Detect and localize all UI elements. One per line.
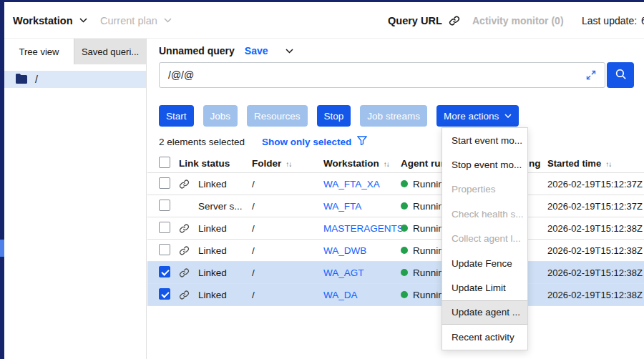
chevron-down-icon <box>164 18 172 23</box>
current-plan-dropdown[interactable]: Current plan <box>100 2 172 39</box>
jobs-button[interactable]: Jobs <box>203 105 238 127</box>
workstation-link[interactable]: MASTERAGENTS <box>323 223 404 234</box>
link-icon <box>179 267 190 278</box>
menu-item-collect-agent: Collect agent l... <box>442 227 527 251</box>
folder-text: / <box>249 290 321 300</box>
chevron-down-icon <box>504 114 512 118</box>
row-checkbox[interactable] <box>159 200 170 211</box>
table-row[interactable]: Linked / WA_FTA_XA Running 2026-02-19T15… <box>147 173 644 195</box>
stop-button[interactable]: Stop <box>317 105 351 127</box>
workstation-dropdown[interactable]: Workstation <box>13 2 87 39</box>
row-checkbox[interactable] <box>159 222 170 233</box>
link-icon <box>179 290 190 300</box>
folder-text: / <box>249 223 321 234</box>
last-update-value: 6:0 <box>641 15 644 26</box>
menu-item-recent-activity[interactable]: Recent activity <box>442 325 527 349</box>
job-streams-button[interactable]: Job streams <box>360 105 427 127</box>
row-checkbox[interactable] <box>159 177 170 189</box>
activity-monitor-button[interactable]: Activity monitor (0) <box>472 2 564 39</box>
column-link-status[interactable]: Link status <box>176 158 249 169</box>
table-header-row: Link status Folder↑↓ Workstation↑↓ Agent… <box>147 154 644 173</box>
activity-monitor-label: Activity monitor (0) <box>472 15 564 26</box>
workstation-dropdown-label: Workstation <box>13 15 73 26</box>
table-row[interactable]: Linked / WA_AGT Running 2026-02-19T15:12… <box>147 262 644 284</box>
tree-item-root[interactable]: / <box>4 71 146 88</box>
row-checkbox[interactable] <box>159 266 170 277</box>
folder-icon <box>16 74 27 86</box>
tab-tree-view-label: Tree view <box>19 46 59 57</box>
column-workstation[interactable]: Workstation↑↓ <box>321 158 398 169</box>
workstation-link[interactable]: WA_DA <box>323 290 358 300</box>
last-update-label: Last update: <box>582 15 637 26</box>
table-row[interactable]: Linked / WA_DWB Running 2026-02-19T15:12… <box>147 240 644 262</box>
column-started-time[interactable]: Started time↑↓ <box>545 158 644 169</box>
workstation-link[interactable]: WA_AGT <box>323 267 364 278</box>
link-icon <box>179 223 190 234</box>
workstation-link[interactable]: WA_FTA_XA <box>323 179 380 190</box>
row-checkbox[interactable] <box>159 244 170 255</box>
tab-saved-queries[interactable]: Saved queri... <box>74 39 146 64</box>
folder-text: / <box>249 267 321 278</box>
status-dot-icon <box>401 247 408 254</box>
query-url-label: Query URL <box>388 15 442 26</box>
show-only-selected-link[interactable]: Show only selected <box>262 136 367 147</box>
search-button[interactable] <box>607 62 634 88</box>
resources-button[interactable]: Resources <box>247 105 308 127</box>
folder-text: / <box>249 245 321 256</box>
more-actions-menu: Start event mo... Stop event mo... Prope… <box>441 127 528 350</box>
table-row[interactable]: Linked / MASTERAGENTS Running 2026-02-19… <box>147 217 644 240</box>
link-icon <box>449 15 460 26</box>
menu-item-update-limit[interactable]: Update Limit <box>442 275 527 300</box>
sort-icon[interactable]: ↑↓ <box>286 160 291 168</box>
link-status-text: Linked <box>198 290 227 300</box>
tree-item-label: / <box>35 74 38 85</box>
row-checkbox[interactable] <box>159 288 170 300</box>
menu-item-properties: Properties <box>442 177 527 202</box>
select-all-checkbox[interactable] <box>159 157 170 168</box>
status-dot-icon <box>401 225 408 232</box>
started-time-text: 2026-02-19T15:12:38Z <box>545 245 644 256</box>
tab-saved-queries-label: Saved queri... <box>82 46 139 57</box>
tab-tree-view[interactable]: Tree view <box>4 39 74 64</box>
scroll-indicator <box>0 240 4 257</box>
started-time-text: 2026-02-19T15:12:38Z <box>545 267 644 278</box>
menu-item-update-agent[interactable]: Update agent ... <box>442 300 527 325</box>
filter-icon <box>357 136 367 147</box>
action-toolbar: Start Jobs Resources Stop Job streams Mo… <box>159 105 519 127</box>
table-row[interactable]: Server s... / WA_FTA Running 2026-02-19T… <box>147 195 644 217</box>
link-status-text: Linked <box>198 267 227 278</box>
sort-icon[interactable]: ↑↓ <box>605 160 611 168</box>
query-input[interactable]: /@/@ <box>159 62 605 88</box>
query-title: Unnamed query <box>159 45 235 56</box>
workstation-link[interactable]: WA_FTA <box>323 201 361 212</box>
menu-item-stop-event[interactable]: Stop event mo... <box>442 152 527 177</box>
started-time-text: 2026-02-19T15:12:37Z <box>545 179 644 190</box>
query-input-value: /@/@ <box>168 69 586 81</box>
link-status-text: Server s... <box>198 201 243 212</box>
folder-text: / <box>249 201 321 212</box>
menu-item-start-event[interactable]: Start event mo... <box>442 128 527 152</box>
sidebar-tabs: Tree view Saved queri... <box>4 39 146 64</box>
start-button[interactable]: Start <box>159 105 194 127</box>
table-row[interactable]: Linked / WA_DA Running 2026-02-19T15:12:… <box>147 284 644 306</box>
started-time-text: 2026-02-19T15:12:38Z <box>545 290 644 300</box>
sort-icon[interactable]: ↑↓ <box>384 160 389 168</box>
app-window: Workstation Current plan Query URL Activ… <box>0 0 644 359</box>
more-actions-button[interactable]: More actions <box>436 105 519 127</box>
menu-item-check-health: Check health s... <box>442 202 527 226</box>
left-accent-strip <box>0 2 4 359</box>
menu-item-update-fence[interactable]: Update Fence <box>442 251 527 275</box>
query-header: Unnamed query Save <box>159 45 293 56</box>
chevron-down-icon[interactable] <box>286 49 293 54</box>
search-icon <box>615 68 627 82</box>
workstation-link[interactable]: WA_DWB <box>323 245 366 256</box>
query-url-button[interactable]: Query URL <box>388 2 460 39</box>
link-icon <box>179 179 190 190</box>
top-accent-bar <box>0 0 644 2</box>
save-button[interactable]: Save <box>245 45 268 56</box>
link-status-text: Linked <box>198 245 227 256</box>
status-dot-icon <box>401 269 408 276</box>
column-folder[interactable]: Folder↑↓ <box>249 158 321 169</box>
main-content: Unnamed query Save /@/@ Start Jobs Resou… <box>147 39 644 359</box>
expand-icon[interactable] <box>586 70 596 80</box>
